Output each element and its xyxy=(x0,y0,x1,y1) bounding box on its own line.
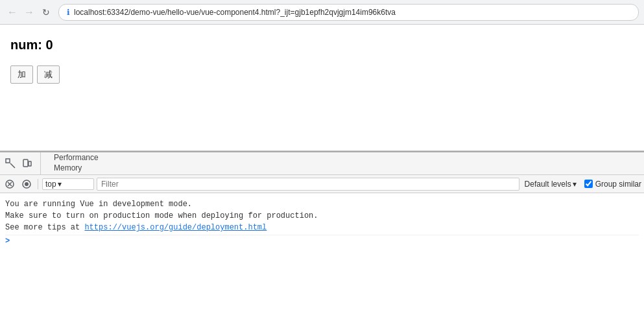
console-prompt[interactable]: > xyxy=(5,235,639,247)
svg-rect-2 xyxy=(29,161,31,166)
console-message-text-2: Make sure to turn on production mode whe… xyxy=(5,211,318,220)
context-dropdown-arrow: ▾ xyxy=(58,180,62,189)
devtools-tabbar: ElementsConsoleSourcesNetworkPerformance… xyxy=(0,152,644,175)
filter-input[interactable] xyxy=(97,178,519,191)
inspect-element-icon[interactable] xyxy=(3,156,18,171)
num-display: num: 0 xyxy=(10,38,634,53)
page-content: num: 0 加 减 xyxy=(0,25,644,151)
btn-group: 加 减 xyxy=(10,65,634,84)
lock-icon: ℹ xyxy=(67,8,70,17)
default-levels-select[interactable]: Default levels ▾ xyxy=(525,180,577,189)
vue-deployment-link[interactable]: https://vuejs.org/guide/deployment.html xyxy=(84,223,267,232)
levels-dropdown-arrow: ▾ xyxy=(573,180,577,189)
back-button[interactable]: ← xyxy=(5,5,19,19)
prompt-input-area[interactable] xyxy=(12,237,17,246)
console-message-1: You are running Vue in development mode.… xyxy=(5,197,639,235)
toolbar-divider xyxy=(38,179,38,189)
group-similar-checkbox-label[interactable]: Group similar xyxy=(584,180,641,189)
console-toolbar: top ▾ Default levels ▾ Group similar xyxy=(0,175,644,193)
console-message-text-1: You are running Vue in development mode. xyxy=(5,200,192,209)
devtools-tabs-list: ElementsConsoleSourcesNetworkPerformance… xyxy=(46,152,106,175)
console-output: You are running Vue in development mode.… xyxy=(0,193,644,329)
clear-console-button[interactable] xyxy=(3,177,17,191)
forward-button[interactable]: → xyxy=(22,5,36,19)
svg-rect-0 xyxy=(6,159,10,163)
group-similar-label: Group similar xyxy=(595,180,641,189)
tab-performance[interactable]: Performance xyxy=(46,153,106,163)
devtools-panel: ElementsConsoleSourcesNetworkPerformance… xyxy=(0,151,644,329)
device-mode-icon[interactable] xyxy=(19,156,35,171)
browser-chrome: ← → ↻ ℹ xyxy=(0,0,644,25)
add-button[interactable]: 加 xyxy=(10,65,33,84)
svg-rect-1 xyxy=(23,159,28,167)
refresh-button[interactable]: ↻ xyxy=(39,5,53,19)
subtract-button[interactable]: 减 xyxy=(37,65,60,84)
tab-memory[interactable]: Memory xyxy=(46,163,106,174)
stop-recording-button[interactable] xyxy=(19,177,34,191)
levels-label: Default levels xyxy=(525,180,571,189)
group-similar-checkbox[interactable] xyxy=(584,180,593,188)
context-label: top xyxy=(45,180,56,189)
devtools-icons xyxy=(3,152,41,174)
prompt-chevron: > xyxy=(5,237,10,246)
console-message-text-3: See more tips at xyxy=(5,223,84,232)
nav-buttons: ← → ↻ xyxy=(5,5,53,19)
address-bar[interactable]: ℹ xyxy=(58,4,639,21)
svg-point-5 xyxy=(25,182,29,186)
context-select[interactable]: top ▾ xyxy=(42,178,94,190)
address-input[interactable] xyxy=(74,8,630,17)
